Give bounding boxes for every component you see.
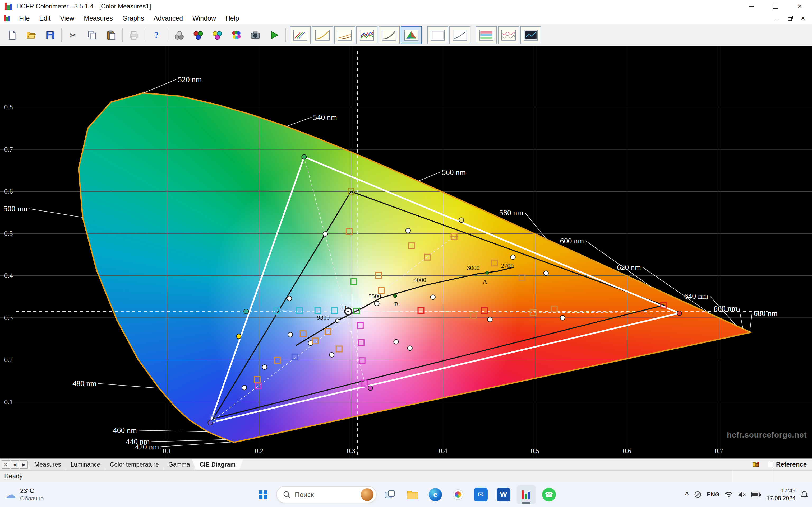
word-button[interactable]: W	[494, 485, 513, 504]
file-explorer-button[interactable]	[403, 485, 422, 504]
cut-button[interactable]: ✂	[65, 27, 81, 43]
maximize-icon	[773, 4, 778, 9]
wifi-icon[interactable]	[725, 492, 733, 498]
svg-text:520 nm: 520 nm	[178, 75, 202, 84]
print-button[interactable]	[126, 27, 142, 43]
view-waves-button[interactable]	[498, 26, 519, 44]
menu-advanced[interactable]: Advanced	[149, 13, 188, 24]
save-button[interactable]	[42, 27, 58, 43]
whatsapp-button[interactable]: ☎	[540, 485, 559, 504]
svg-text:0.1: 0.1	[163, 447, 171, 455]
cie-chromaticity-chart[interactable]: 0.10.20.30.40.50.60.70.10.20.30.40.50.60…	[0, 47, 812, 458]
grayscale-spheres-icon	[174, 31, 184, 40]
reference-checkbox[interactable]: Reference	[760, 459, 812, 470]
hcfr-app-button[interactable]	[517, 485, 536, 504]
menu-file[interactable]: File	[14, 13, 34, 24]
edge-browser-button[interactable]: e	[426, 485, 445, 504]
svg-text:0.4: 0.4	[4, 272, 13, 279]
mdi-restore-button[interactable]	[784, 13, 796, 23]
mail-button[interactable]: ✉	[471, 485, 490, 504]
mdi-restore-icon	[788, 15, 793, 21]
file-explorer-icon	[407, 490, 418, 499]
mdi-minimize-button[interactable]	[772, 13, 783, 23]
clock-widget[interactable]: 17:49 17.08.2024	[767, 487, 796, 502]
tray-time: 17:49	[767, 487, 796, 495]
legend-icon[interactable]	[752, 461, 760, 468]
menu-measures[interactable]: Measures	[79, 13, 118, 24]
weather-widget[interactable]: ☁ 23°C Облачно	[5, 487, 44, 502]
view-nearblack-button[interactable]	[334, 26, 355, 44]
view-rgb-levels-button[interactable]	[290, 26, 311, 44]
svg-text:640 nm: 640 nm	[684, 291, 708, 300]
svg-text:3000: 3000	[467, 264, 479, 271]
menu-help[interactable]: Help	[221, 13, 244, 24]
weather-cloud-icon: ☁	[5, 489, 16, 500]
search-placeholder: Поиск	[295, 491, 357, 499]
svg-text:600 nm: 600 nm	[560, 236, 584, 245]
svg-text:0.2: 0.2	[255, 447, 263, 455]
measure-grayscale-button[interactable]	[171, 27, 187, 43]
menu-edit[interactable]: Edit	[34, 13, 55, 24]
measure-full-button[interactable]	[229, 27, 244, 43]
tray-expand-icon[interactable]: ^	[685, 491, 689, 499]
layers-chart-icon	[479, 30, 494, 41]
mdi-minimize-icon	[775, 16, 780, 20]
battery-icon[interactable]	[751, 492, 761, 497]
menu-bar: File Edit View Measures Graphs Advanced …	[0, 13, 812, 24]
menu-window[interactable]: Window	[188, 13, 221, 24]
measure-primaries-button[interactable]	[190, 27, 206, 43]
svg-text:0.5: 0.5	[4, 230, 13, 237]
cie-diagram-chart-icon	[404, 30, 418, 41]
photos-button[interactable]	[449, 485, 468, 504]
color-spheres-icon	[232, 31, 241, 40]
svg-text:580 nm: 580 nm	[499, 208, 523, 217]
view-luminance-button[interactable]	[378, 26, 400, 44]
tab-luminance[interactable]: Luminance	[63, 459, 108, 470]
copy-button[interactable]	[84, 27, 100, 43]
reference-label: Reference	[776, 461, 807, 468]
view-gamma-button[interactable]	[312, 26, 333, 44]
maximize-button[interactable]	[763, 0, 788, 13]
tab-next-button[interactable]: ▶	[19, 460, 28, 469]
title-bar: HCFR Colorimeter - 3.5.1.4 - [Color Meas…	[0, 0, 812, 13]
rgb-spheres-icon	[194, 31, 203, 40]
view-curve-button[interactable]	[449, 26, 470, 44]
svg-text:0.2: 0.2	[4, 356, 13, 363]
view-rgb-histogram-button[interactable]	[356, 26, 377, 44]
windows-logo-icon	[259, 490, 267, 499]
status-cell	[732, 470, 772, 482]
language-indicator[interactable]: ENG	[707, 491, 719, 498]
new-document-icon	[7, 31, 17, 40]
tab-close-button[interactable]: ✕	[2, 460, 10, 469]
tab-measures[interactable]: Measures	[27, 459, 68, 470]
capture-button[interactable]	[247, 27, 263, 43]
menu-view[interactable]: View	[55, 13, 79, 24]
tab-gamma[interactable]: Gamma	[161, 459, 197, 470]
open-button[interactable]	[23, 27, 39, 43]
run-measures-button[interactable]	[266, 27, 282, 43]
view-monitor-button[interactable]	[427, 26, 448, 44]
tab-cie-diagram[interactable]: CIE Diagram	[192, 459, 243, 470]
task-view-button[interactable]	[380, 485, 399, 504]
paste-button[interactable]	[103, 27, 119, 43]
measure-secondaries-button[interactable]	[209, 27, 225, 43]
new-button[interactable]	[4, 27, 20, 43]
menu-graphs[interactable]: Graphs	[118, 13, 149, 24]
help-button[interactable]: ?	[149, 27, 164, 43]
svg-text:2700: 2700	[501, 262, 514, 269]
mdi-close-button[interactable]: ✕	[797, 13, 809, 23]
search-input[interactable]: Поиск	[276, 486, 377, 503]
view-cie-diagram-button[interactable]	[401, 26, 422, 44]
minimize-button[interactable]	[739, 0, 763, 13]
do-not-disturb-icon[interactable]	[694, 491, 702, 498]
svg-text:0.7: 0.7	[715, 447, 723, 455]
tab-prev-button[interactable]: ◀	[11, 460, 19, 469]
start-button[interactable]	[253, 485, 272, 504]
volume-muted-icon[interactable]	[738, 492, 746, 498]
notifications-bell-icon[interactable]	[801, 491, 808, 498]
close-button[interactable]: ✕	[788, 0, 812, 13]
view-layers-button[interactable]	[476, 26, 497, 44]
tab-color-temperature[interactable]: Color temperature	[103, 459, 166, 470]
view-dark-monitor-button[interactable]	[520, 26, 541, 44]
hcfr-icon	[521, 490, 531, 499]
